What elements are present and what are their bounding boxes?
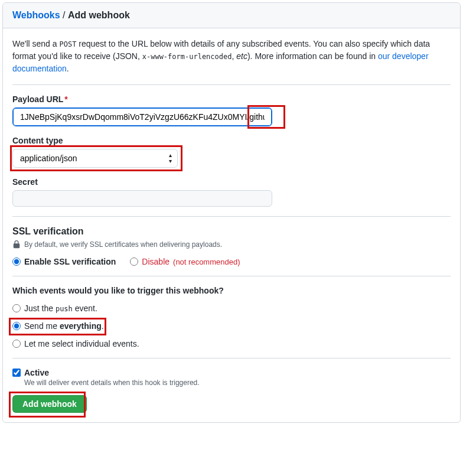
panel-body: We'll send a POST request to the URL bel…	[3, 28, 460, 422]
ssl-note: By default, we verify SSL certificates w…	[12, 240, 451, 249]
divider	[12, 358, 451, 358]
content-type-label: Content type	[12, 136, 451, 145]
payload-url-label: Payload URL*	[12, 94, 451, 104]
webhook-panel: Webhooks / Add webhook We'll send a POST…	[2, 2, 461, 423]
active-note: We will deliver event details when this …	[24, 379, 451, 387]
lock-icon	[12, 240, 21, 249]
ssl-disable-radio[interactable]: Disable (not recommended)	[130, 257, 240, 266]
events-individual-radio-input[interactable]	[12, 340, 21, 348]
active-checkbox[interactable]	[12, 369, 21, 377]
active-checkbox-row[interactable]: Active	[12, 368, 451, 377]
urlencoded-code: x-www-form-urlencoded	[142, 53, 232, 61]
divider	[12, 276, 451, 276]
ssl-enable-radio[interactable]: Enable SSL verification	[12, 257, 116, 266]
divider	[12, 84, 451, 85]
required-indicator: *	[64, 94, 67, 104]
active-section: Active We will deliver event details whe…	[12, 368, 451, 413]
content-type-group: Content type application/json ▴▾	[12, 136, 451, 168]
events-everything-radio[interactable]: Send me everything.	[12, 321, 451, 331]
breadcrumb: Webhooks / Add webhook	[3, 3, 460, 28]
breadcrumb-separator: /	[60, 10, 68, 20]
secret-input[interactable]	[12, 190, 272, 207]
payload-url-input[interactable]	[12, 107, 272, 126]
ssl-disable-radio-input[interactable]	[130, 257, 138, 266]
ssl-heading: SSL verification	[12, 226, 451, 237]
events-section: Which events would you like to trigger t…	[12, 286, 451, 348]
events-push-radio-input[interactable]	[12, 304, 21, 312]
breadcrumb-webhooks-link[interactable]: Webhooks	[12, 10, 60, 20]
ssl-section: SSL verification By default, we verify S…	[12, 226, 451, 266]
post-code: POST	[59, 40, 76, 48]
content-type-select[interactable]: application/json	[12, 149, 178, 168]
secret-group: Secret	[12, 177, 451, 207]
events-individual-radio[interactable]: Let me select individual events.	[12, 339, 451, 348]
divider	[12, 216, 451, 217]
events-push-radio[interactable]: Just the push event.	[12, 304, 451, 313]
intro-text: We'll send a POST request to the URL bel…	[12, 38, 451, 75]
add-webhook-button[interactable]: Add webhook	[12, 395, 87, 413]
payload-url-group: Payload URL*	[12, 94, 451, 126]
events-everything-radio-input[interactable]	[12, 322, 21, 330]
events-heading: Which events would you like to trigger t…	[12, 286, 451, 295]
secret-label: Secret	[12, 177, 451, 187]
ssl-enable-radio-input[interactable]	[12, 257, 21, 266]
breadcrumb-current: Add webhook	[68, 10, 130, 20]
